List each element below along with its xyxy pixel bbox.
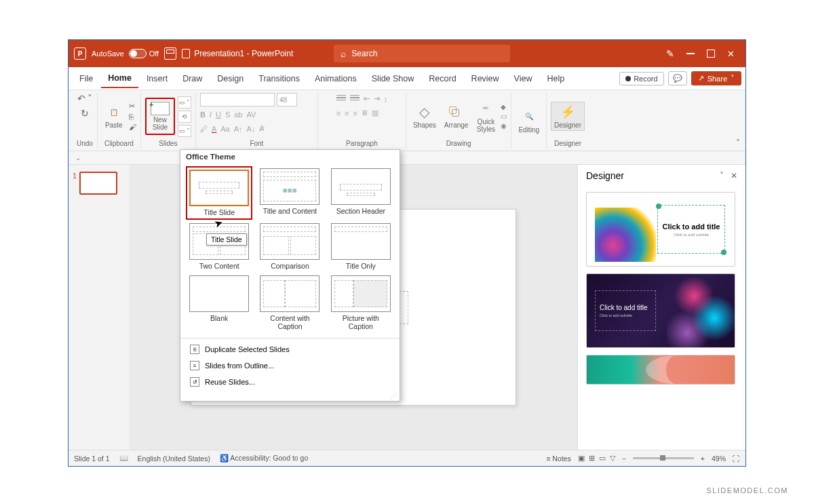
search-bar[interactable]: Search	[334, 45, 510, 62]
accessibility-indicator[interactable]: ♿ Accessibility: Good to go	[220, 454, 308, 463]
section-button[interactable]: ▭ ˅	[178, 125, 191, 137]
bullets-button[interactable]	[336, 95, 346, 103]
zoom-level[interactable]: 49%	[712, 454, 726, 463]
slideshow-view-button[interactable]: ▽	[610, 454, 615, 463]
slides-from-outline-action[interactable]: ≡Slides from Outline...	[180, 357, 400, 374]
notes-button[interactable]: ≡ Notes	[546, 454, 570, 463]
close-button[interactable]	[727, 49, 735, 59]
reuse-slides-action[interactable]: ↺Reuse Slides...	[180, 374, 400, 390]
layout-comparison[interactable]: Comparison	[256, 221, 323, 272]
zoom-out-button[interactable]: −	[622, 454, 626, 463]
design-idea-2[interactable]: Click to add title Click to add subtitle	[586, 273, 735, 348]
layout-blank[interactable]: Blank	[186, 273, 252, 332]
paste-button[interactable]: 📋 Paste	[102, 102, 126, 130]
undo-icon[interactable]: ↶ ˅	[77, 93, 93, 104]
arrange-button[interactable]: Arrange	[442, 102, 471, 130]
columns-button[interactable]: ▥	[372, 109, 379, 117]
layout-content-caption[interactable]: Content with Caption	[256, 273, 323, 332]
new-slide-icon	[151, 102, 170, 115]
numbering-button[interactable]	[350, 95, 360, 103]
cut-icon[interactable]: ✂	[129, 102, 136, 111]
shape-fill-button[interactable]: ◆	[501, 103, 507, 111]
maximize-button[interactable]	[707, 50, 715, 58]
italic-button[interactable]: I	[210, 111, 212, 119]
underline-button[interactable]: U	[216, 111, 221, 119]
indent-inc-button[interactable]: ⇥	[374, 94, 380, 103]
menu-animations[interactable]: Animations	[308, 70, 364, 88]
line-spacing-button[interactable]: ↕	[384, 95, 388, 103]
comments-button[interactable]: 💬	[668, 71, 687, 85]
layout-picture-caption[interactable]: Picture with Caption	[328, 273, 394, 332]
minimize-button[interactable]	[686, 53, 695, 54]
designer-button[interactable]: Designer	[551, 102, 585, 131]
format-painter-icon[interactable]: 🖌	[129, 123, 136, 131]
spacing-button[interactable]: AV	[246, 111, 256, 119]
record-button[interactable]: Record	[619, 72, 663, 85]
reset-button[interactable]: ⟲	[178, 111, 191, 123]
designer-collapse-icon[interactable]: ˅	[720, 171, 724, 180]
designer-close-icon[interactable]: ✕	[731, 171, 737, 180]
shape-effects-button[interactable]: ◉	[501, 122, 507, 130]
font-name-input[interactable]	[200, 93, 275, 106]
justify-button[interactable]: ≣	[362, 109, 368, 117]
normal-view-button[interactable]: ▣	[578, 454, 585, 463]
reading-view-button[interactable]: ▭	[599, 454, 606, 463]
menu-view[interactable]: View	[507, 70, 539, 88]
slide-thumbnail-1[interactable]	[79, 172, 117, 195]
shrink-font-button[interactable]: A↓	[247, 125, 256, 133]
language-indicator[interactable]: English (United States)	[138, 454, 210, 463]
menu-transitions[interactable]: Transitions	[252, 70, 307, 88]
menu-slideshow[interactable]: Slide Show	[365, 70, 421, 88]
zoom-in-button[interactable]: +	[701, 454, 705, 463]
quick-styles-button[interactable]: ✏Quick Styles	[473, 99, 498, 134]
duplicate-slides-action[interactable]: ⎘Duplicate Selected Slides	[180, 341, 400, 357]
layout-title-slide[interactable]: Title Slide	[186, 166, 252, 220]
menu-review[interactable]: Review	[465, 70, 506, 88]
copy-icon[interactable]: ⎘	[129, 113, 136, 121]
toolstrip-chevron[interactable]: ⌄	[75, 154, 81, 161]
layout-title-only[interactable]: Title Only	[328, 221, 394, 272]
toggle-switch[interactable]	[129, 49, 147, 58]
menu-home[interactable]: Home	[101, 69, 138, 88]
zoom-slider[interactable]	[633, 457, 694, 459]
menu-record[interactable]: Record	[422, 70, 463, 88]
case-button[interactable]: Aa	[220, 125, 229, 133]
layout-section-header[interactable]: Section Header	[328, 166, 394, 220]
design-idea-1[interactable]: Click to add title Click to add subtitle	[586, 192, 735, 267]
redo-icon[interactable]: ↻	[81, 108, 89, 119]
ribbon-collapse-button[interactable]: ˅	[736, 138, 740, 148]
menu-design[interactable]: Design	[210, 70, 250, 88]
font-color-button[interactable]: A	[212, 125, 216, 133]
new-slide-button[interactable]: New Slide	[148, 100, 172, 132]
align-right-button[interactable]: ≡	[353, 109, 357, 117]
design2-sub: Click to add subtitle	[600, 313, 632, 317]
menu-help[interactable]: Help	[540, 70, 571, 88]
menu-file[interactable]: File	[73, 70, 100, 88]
bold-button[interactable]: B	[200, 111, 206, 119]
strike-button[interactable]: S	[225, 111, 230, 119]
clear-format-button[interactable]: A̷	[259, 124, 265, 133]
shapes-button[interactable]: Shapes	[410, 102, 439, 130]
shape-outline-button[interactable]: ▭	[501, 113, 507, 120]
align-left-button[interactable]: ≡	[336, 109, 341, 117]
resize-grip[interactable]: ⋰	[180, 393, 400, 401]
indent-dec-button[interactable]: ⇤	[364, 94, 370, 103]
share-button[interactable]: ↗ Share ˅	[691, 71, 741, 85]
layout-button[interactable]: ▭ ˅	[178, 96, 191, 109]
autosave-toggle[interactable]: AutoSave Off	[92, 49, 159, 58]
fit-button[interactable]: ⛶	[733, 454, 740, 463]
pen-icon[interactable]	[666, 48, 674, 59]
highlight-button[interactable]: 🖊	[200, 125, 208, 133]
spellcheck-icon[interactable]: 📖	[119, 454, 128, 463]
editing-button[interactable]: 🔍Editing	[516, 107, 542, 135]
align-center-button[interactable]: ≡	[345, 109, 349, 117]
menu-insert[interactable]: Insert	[140, 70, 174, 88]
sorter-view-button[interactable]: ⊞	[589, 454, 595, 463]
grow-font-button[interactable]: A↑	[234, 125, 243, 133]
menu-draw[interactable]: Draw	[176, 70, 209, 88]
save-icon[interactable]	[164, 47, 176, 60]
shadow-button[interactable]: ab	[234, 111, 242, 119]
design-idea-3[interactable]	[586, 355, 735, 385]
font-size-input[interactable]: 48	[277, 93, 297, 106]
layout-title-content[interactable]: ▦▦▦ Title and Content	[256, 166, 323, 220]
